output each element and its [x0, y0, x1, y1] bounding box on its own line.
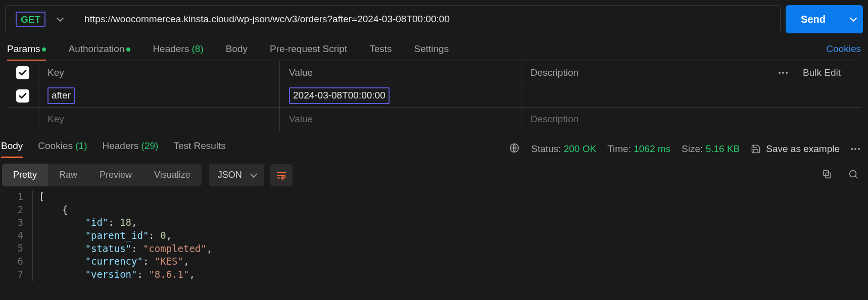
view-mode-preview[interactable]: Preview	[88, 164, 143, 186]
param-key-input[interactable]: Key	[38, 108, 280, 131]
tab-label: Headers	[153, 43, 189, 54]
response-more-options-icon[interactable]	[851, 148, 860, 150]
cookies-link[interactable]: Cookies	[826, 43, 861, 61]
search-icon[interactable]	[848, 169, 859, 182]
size-value: 5.16 KB	[706, 143, 740, 154]
response-tab-test-results[interactable]: Test Results	[173, 140, 225, 158]
response-tab-body[interactable]: Body	[1, 140, 23, 158]
globe-icon[interactable]	[509, 142, 520, 156]
table-row: after 2024-03-08T00:00:00	[7, 84, 861, 108]
column-header-value: Value	[280, 61, 521, 84]
select-all-checkbox[interactable]	[16, 66, 29, 79]
table-row-new: Key Value Description	[7, 108, 861, 131]
wrap-lines-button[interactable]	[270, 164, 293, 186]
param-value-value: 2024-03-08T00:00:00	[289, 87, 390, 104]
response-tab-cookies[interactable]: Cookies (1)	[38, 140, 87, 158]
view-mode-raw[interactable]: Raw	[48, 164, 88, 186]
send-dropdown-button[interactable]	[841, 5, 863, 33]
http-method-selector[interactable]: GET	[6, 6, 74, 33]
response-tab-headers[interactable]: Headers (29)	[102, 140, 158, 158]
param-value-input[interactable]: Value	[280, 108, 521, 131]
param-description-input[interactable]: Description	[521, 108, 861, 131]
tab-label: Params	[7, 43, 40, 54]
tab-count: (29)	[141, 140, 159, 151]
chevron-down-icon	[57, 15, 64, 22]
tab-pre-request[interactable]: Pre-request Script	[270, 43, 347, 61]
bulk-edit-button[interactable]: Bulk Edit	[803, 67, 841, 78]
tab-body[interactable]: Body	[226, 43, 248, 61]
tab-authorization[interactable]: Authorization	[68, 43, 130, 61]
save-example-label: Save as example	[766, 143, 840, 155]
tab-tests[interactable]: Tests	[369, 43, 392, 61]
copy-icon[interactable]	[822, 169, 833, 182]
tab-headers[interactable]: Headers (8)	[153, 43, 203, 61]
body-format-selector[interactable]: JSON	[209, 164, 264, 186]
tab-count: (1)	[75, 140, 87, 151]
size-label: Size: 5.16 KB	[682, 143, 740, 155]
chevron-down-icon	[250, 170, 257, 177]
tab-params[interactable]: Params	[7, 43, 46, 61]
status-value: 200 OK	[564, 143, 596, 154]
send-button[interactable]: Send	[786, 5, 841, 33]
svg-line-6	[855, 176, 857, 178]
chevron-down-icon	[850, 15, 857, 22]
http-method-badge: GET	[16, 12, 45, 27]
modified-dot-icon	[126, 47, 130, 52]
param-value-cell[interactable]: 2024-03-08T00:00:00	[280, 84, 521, 107]
param-key-cell[interactable]: after	[38, 84, 280, 107]
time-label: Time: 1062 ms	[607, 143, 670, 155]
modified-dot-icon	[42, 47, 46, 52]
tab-label: Cookies	[38, 140, 73, 151]
tab-count: (8)	[191, 43, 203, 54]
view-mode-pretty[interactable]: Pretty	[2, 164, 48, 186]
save-as-example-button[interactable]: Save as example	[751, 143, 840, 155]
time-value: 1062 ms	[634, 143, 670, 154]
format-label: JSON	[218, 170, 242, 180]
svg-point-5	[850, 170, 856, 177]
more-options-icon[interactable]	[779, 72, 788, 74]
check-icon	[18, 91, 27, 101]
column-header-description: Description	[531, 67, 578, 78]
param-key-value: after	[47, 87, 75, 104]
wrap-icon	[276, 170, 287, 181]
save-icon	[751, 144, 761, 154]
params-table: Key Value Description Bulk Edit after 20…	[7, 61, 861, 131]
view-mode-visualize[interactable]: Visualize	[143, 164, 202, 186]
row-enable-checkbox[interactable]	[16, 89, 29, 103]
response-body-viewer[interactable]: 1234567 [ { "id": 18, "parent_id": 0, "s…	[0, 190, 868, 281]
tab-settings[interactable]: Settings	[414, 43, 449, 61]
check-icon	[18, 68, 27, 77]
tab-label: Headers	[102, 140, 138, 151]
column-header-key: Key	[38, 61, 280, 84]
status-label: Status: 200 OK	[531, 143, 596, 155]
line-number-gutter: 1234567	[0, 190, 32, 281]
request-url-input[interactable]	[74, 6, 780, 33]
param-description-cell[interactable]	[521, 84, 861, 107]
tab-label: Authorization	[68, 43, 124, 54]
